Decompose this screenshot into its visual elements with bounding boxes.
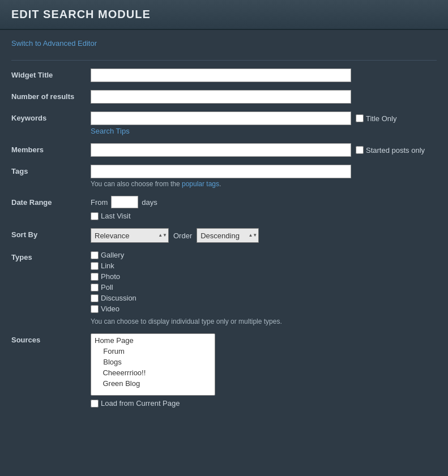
type-photo-checkbox[interactable]	[91, 273, 99, 281]
tags-help-suffix: .	[219, 180, 221, 188]
date-from-input[interactable]	[111, 196, 138, 208]
tags-input[interactable]	[91, 165, 351, 178]
date-range-area: From days Last Visit	[91, 196, 437, 220]
widget-title-label: Widget Title	[11, 68, 91, 79]
tags-control: You can also choose from the popular tag…	[91, 165, 437, 188]
from-label: From	[91, 198, 108, 207]
divider	[11, 60, 437, 61]
sort-select-wrapper: Relevance Date Title Views	[91, 228, 169, 243]
tags-label: Tags	[11, 165, 91, 175]
started-posts-checkbox[interactable]	[356, 146, 364, 154]
load-current-label[interactable]: Load from Current Page	[91, 399, 437, 408]
source-green-blog[interactable]: Green Blog	[92, 378, 214, 389]
type-gallery-text: Gallery	[101, 251, 124, 259]
source-cheeeerrriioo[interactable]: Cheeerrrioo!!	[92, 367, 214, 378]
members-input[interactable]	[91, 143, 351, 157]
type-link-label[interactable]: Link	[91, 261, 437, 270]
date-range-control: From days Last Visit	[91, 196, 437, 220]
type-video-checkbox[interactable]	[91, 305, 99, 313]
tags-row: Tags You can also choose from the popula…	[11, 165, 437, 188]
sort-by-row: Sort By Relevance Date Title Views Order…	[11, 228, 437, 243]
sort-by-control: Relevance Date Title Views Order Descend…	[91, 228, 437, 243]
type-poll-checkbox[interactable]	[91, 284, 99, 291]
page-header: EDIT SEARCH MODULE	[0, 0, 448, 30]
popular-tags-link[interactable]: popular tags	[182, 180, 219, 188]
number-results-label: Number of results	[11, 90, 91, 101]
members-label: Members	[11, 143, 91, 154]
members-row: Members Started posts only	[11, 143, 437, 157]
members-control: Started posts only	[91, 143, 437, 157]
sort-row: Relevance Date Title Views Order Descend…	[91, 228, 437, 243]
last-visit-label[interactable]: Last Visit	[91, 212, 437, 220]
types-row: Types Gallery Link Photo Poll	[11, 251, 437, 325]
last-visit-text: Last Visit	[101, 212, 131, 220]
date-range-row: Date Range From days Last Visit	[11, 196, 437, 220]
order-select-wrapper: Descending Ascending	[197, 228, 259, 243]
title-only-label[interactable]: Title Only	[356, 114, 396, 123]
widget-title-input[interactable]	[91, 68, 351, 82]
members-input-row: Started posts only	[91, 143, 437, 157]
type-poll-text: Poll	[101, 283, 113, 291]
sources-row: Sources Home Page Forum Blogs Cheeerrrio…	[11, 333, 437, 408]
number-results-row: Number of results	[11, 90, 437, 104]
keywords-input-row: Title Only	[91, 112, 437, 125]
started-posts-text: Started posts only	[366, 146, 425, 155]
type-poll-label[interactable]: Poll	[91, 283, 437, 291]
types-control: Gallery Link Photo Poll Discussion	[91, 251, 437, 325]
load-current-text: Load from Current Page	[101, 399, 180, 408]
title-only-text: Title Only	[366, 114, 396, 123]
title-only-checkbox[interactable]	[356, 114, 364, 122]
load-current-checkbox[interactable]	[91, 400, 99, 408]
content-area: Switch to Advanced Editor Widget Title N…	[0, 30, 448, 424]
started-posts-label[interactable]: Started posts only	[356, 146, 425, 155]
type-video-label[interactable]: Video	[91, 305, 437, 313]
date-from-row: From days	[91, 196, 437, 208]
sources-listbox[interactable]: Home Page Forum Blogs Cheeerrrioo!! Gree…	[91, 333, 215, 396]
order-select[interactable]: Descending Ascending	[197, 228, 259, 243]
types-area: Gallery Link Photo Poll Discussion	[91, 251, 437, 325]
sources-label: Sources	[11, 333, 91, 344]
order-label: Order	[173, 231, 192, 240]
advanced-editor-link[interactable]: Switch to Advanced Editor	[11, 39, 97, 48]
type-gallery-label[interactable]: Gallery	[91, 251, 437, 259]
keywords-control: Title Only Search Tips	[91, 112, 437, 135]
tags-help-prefix: You can also choose from the	[91, 180, 182, 188]
type-discussion-checkbox[interactable]	[91, 294, 99, 302]
type-video-text: Video	[101, 305, 120, 313]
type-discussion-text: Discussion	[101, 294, 136, 302]
type-link-text: Link	[101, 261, 114, 270]
search-tips-link[interactable]: Search Tips	[91, 127, 437, 135]
source-homepage[interactable]: Home Page	[92, 335, 214, 346]
type-gallery-checkbox[interactable]	[91, 251, 99, 259]
source-blogs[interactable]: Blogs	[92, 357, 214, 367]
sources-control: Home Page Forum Blogs Cheeerrrioo!! Gree…	[91, 333, 437, 408]
type-link-checkbox[interactable]	[91, 262, 99, 270]
keywords-input[interactable]	[91, 112, 351, 125]
page-title: EDIT SEARCH MODULE	[11, 8, 437, 21]
date-range-label: Date Range	[11, 196, 91, 207]
days-label: days	[142, 198, 157, 207]
number-results-control	[91, 90, 437, 104]
type-photo-text: Photo	[101, 272, 120, 281]
types-help-text: You can choose to display individual typ…	[91, 318, 437, 325]
type-discussion-label[interactable]: Discussion	[91, 294, 437, 302]
source-forum[interactable]: Forum	[92, 346, 214, 357]
number-results-input[interactable]	[91, 90, 351, 104]
sort-by-label: Sort By	[11, 228, 91, 239]
types-label: Types	[11, 251, 91, 261]
widget-title-row: Widget Title	[11, 68, 437, 82]
sort-select[interactable]: Relevance Date Title Views	[91, 228, 169, 243]
widget-title-control	[91, 68, 437, 82]
type-photo-label[interactable]: Photo	[91, 272, 437, 281]
tags-help: You can also choose from the popular tag…	[91, 180, 437, 188]
last-visit-checkbox[interactable]	[91, 212, 99, 220]
keywords-row: Keywords Title Only Search Tips	[11, 112, 437, 135]
keywords-label: Keywords	[11, 112, 91, 122]
